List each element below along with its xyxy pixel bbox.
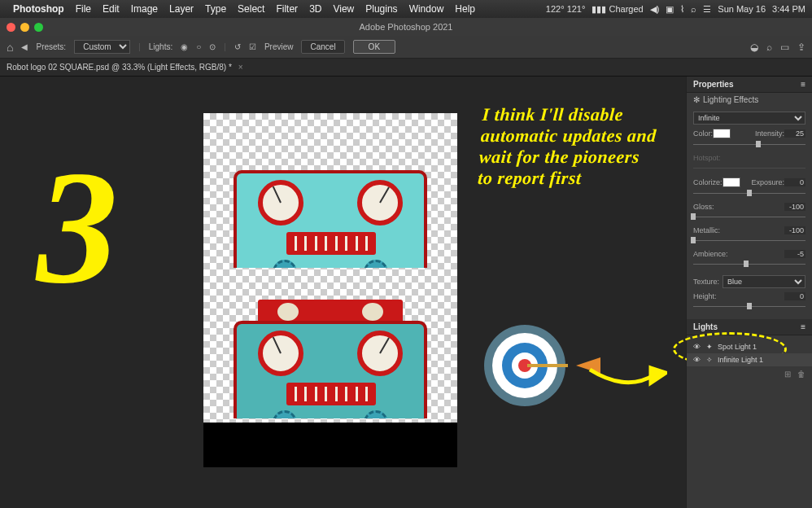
menu-layer[interactable]: Layer [169, 3, 194, 15]
height-label: Height: [693, 292, 717, 300]
wifi-icon[interactable]: ⌇ [680, 4, 684, 15]
height-slider[interactable] [693, 303, 805, 311]
fullscreen-window-button[interactable] [34, 23, 43, 32]
lights-label: Lights: [149, 42, 172, 51]
share-icon[interactable]: ⇪ [797, 42, 805, 53]
arrow-annotation [586, 360, 667, 402]
add-light-icon[interactable]: ⊞ [784, 370, 791, 379]
panel-menu-icon[interactable]: ≡ [801, 80, 805, 89]
delete-light-icon[interactable]: 🗑 [797, 370, 805, 379]
intensity-value[interactable]: 25 [784, 129, 805, 138]
transparent-background [203, 113, 457, 423]
close-tab-icon[interactable]: × [238, 63, 243, 72]
menu-file[interactable]: File [76, 3, 91, 15]
app-menu[interactable]: Photoshop [13, 3, 64, 15]
clock-time[interactable]: 3:44 PM [772, 4, 805, 14]
artboard[interactable] [203, 113, 457, 467]
intensity-label: Intensity: [755, 129, 784, 138]
exposure-slider[interactable] [693, 190, 805, 198]
menu-window[interactable]: Window [409, 3, 444, 15]
metallic-value[interactable]: -100 [784, 226, 805, 234]
infinite-light-icon: ✧ [706, 356, 713, 364]
color-swatch[interactable] [713, 129, 731, 138]
light-spot-icon[interactable]: ◉ [181, 42, 188, 51]
ambience-value[interactable]: -5 [784, 250, 805, 258]
document-tab-bar: Robot logo 02 SQUARE.psd @ 33.3% (Light … [0, 59, 812, 77]
ambience-slider[interactable] [693, 261, 805, 269]
preview-checkbox[interactable]: ☑ [249, 42, 256, 51]
colorize-swatch[interactable] [723, 177, 740, 187]
options-bar: ⌂ ◀ Presets: Custom | Lights: ◉ ○ ⊙ | ↺ … [0, 36, 812, 59]
light-name: Infinite Light 1 [718, 356, 763, 364]
temp-readout: 122° 121° [546, 4, 586, 14]
cancel-button[interactable]: Cancel [301, 40, 344, 54]
back-icon[interactable]: ◀ [21, 42, 28, 51]
visibility-toggle-icon[interactable]: 👁 [693, 356, 701, 364]
hotspot-slider [693, 164, 805, 173]
robot-graphic-bottom [234, 264, 427, 418]
clock-date[interactable]: Sun May 16 [718, 4, 766, 14]
canvas-area[interactable]: 3 I think I'll [0, 77, 686, 508]
ambience-label: Ambience: [693, 250, 728, 258]
exposure-label: Exposure: [751, 178, 784, 186]
menu-select[interactable]: Select [238, 3, 264, 15]
volume-icon[interactable]: ◀︎) [650, 4, 660, 15]
presets-select[interactable]: Custom [74, 40, 130, 54]
menu-image[interactable]: Image [131, 3, 158, 15]
document-tab[interactable]: Robot logo 02 SQUARE.psd @ 33.3% (Light … [7, 63, 232, 72]
hotspot-label: Hotspot: [693, 154, 721, 162]
reset-icon[interactable]: ↺ [234, 42, 241, 51]
workspace-icon[interactable]: ▭ [780, 42, 789, 53]
robot-graphic-top [234, 113, 427, 268]
light-name: Spot Light 1 [718, 343, 757, 351]
height-value[interactable]: 0 [784, 292, 805, 300]
texture-label: Texture: [693, 278, 719, 286]
intensity-slider[interactable] [693, 141, 805, 149]
menu-3d[interactable]: 3D [309, 3, 321, 15]
properties-panel-header[interactable]: Properties≡ [687, 77, 812, 93]
menu-view[interactable]: View [333, 3, 354, 15]
metallic-label: Metallic: [693, 226, 720, 234]
presets-label: Presets: [36, 42, 66, 51]
properties-subtype: ✻ Lighting Effects [687, 93, 812, 107]
light-fx-icon: ✻ [693, 95, 700, 104]
home-icon[interactable]: ⌂ [7, 41, 13, 54]
lights-panel-menu-icon[interactable]: ≡ [801, 322, 805, 331]
light-type-select[interactable]: Infinite [693, 112, 805, 125]
light-point-icon[interactable]: ○ [196, 42, 201, 51]
gloss-value[interactable]: -100 [784, 203, 805, 211]
ok-button[interactable]: OK [353, 40, 395, 54]
texture-select[interactable]: Blue [723, 275, 805, 288]
control-center-icon[interactable]: ☰ [703, 4, 711, 15]
light-item-spot[interactable]: 👁 ✦ Spot Light 1 [687, 340, 812, 353]
display-icon[interactable]: ▣ [666, 4, 674, 15]
window-title: Adobe Photoshop 2021 [360, 22, 453, 32]
gloss-slider[interactable] [693, 213, 805, 221]
spot-light-icon: ✦ [706, 343, 713, 351]
menu-type[interactable]: Type [205, 3, 226, 15]
exposure-value[interactable]: 0 [784, 178, 805, 186]
visibility-toggle-icon[interactable]: 👁 [693, 343, 701, 351]
battery-status[interactable]: ▮▮▮ Charged [592, 4, 643, 15]
colorize-label: Colorize: [693, 178, 723, 186]
menu-plugins[interactable]: Plugins [365, 3, 397, 15]
window-titlebar[interactable]: Adobe Photoshop 2021 [0, 18, 812, 36]
menu-filter[interactable]: Filter [276, 3, 298, 15]
big-number-graphic: 3 [37, 134, 118, 320]
user-icon[interactable]: ◒ [750, 42, 758, 53]
search-app-icon[interactable]: ⌕ [766, 42, 772, 53]
metallic-slider[interactable] [693, 237, 805, 245]
macos-menubar[interactable]: Photoshop File Edit Image Layer Type Sel… [0, 0, 812, 18]
menu-help[interactable]: Help [455, 3, 475, 15]
light-infinite-icon[interactable]: ⊙ [209, 42, 216, 51]
close-window-button[interactable] [7, 23, 15, 32]
minimize-window-button[interactable] [20, 23, 29, 32]
right-panels: Properties≡ ✻ Lighting Effects Infinite … [686, 77, 812, 508]
light-item-infinite[interactable]: 👁 ✧ Infinite Light 1 [687, 353, 812, 366]
color-label: Color: [693, 129, 713, 138]
gloss-label: Gloss: [693, 203, 714, 211]
preview-label: Preview [264, 42, 294, 51]
menu-edit[interactable]: Edit [103, 3, 120, 15]
search-icon[interactable]: ⌕ [691, 4, 696, 14]
annotation-text: I think I'll disable automatic updates a… [477, 104, 661, 189]
